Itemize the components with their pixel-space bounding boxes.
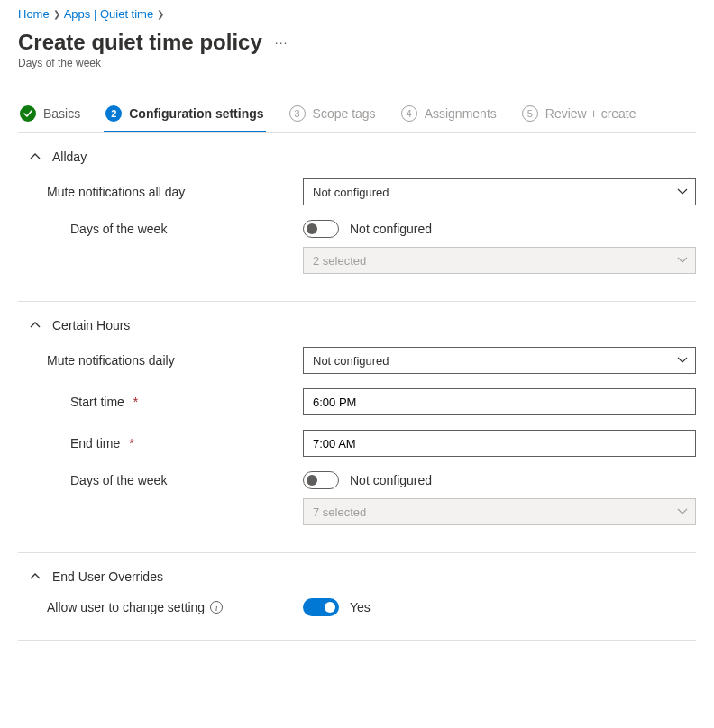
- chevron-right-icon: ❯: [157, 9, 164, 19]
- section-allday-header[interactable]: Allday: [29, 150, 696, 164]
- certain-days-dropdown: 7 selected: [303, 498, 696, 525]
- allday-days-dropdown: 2 selected: [303, 247, 696, 274]
- info-icon[interactable]: i: [210, 601, 223, 614]
- allow-change-label: Allow user to change setting i: [18, 600, 303, 614]
- tab-basics[interactable]: Basics: [18, 98, 82, 132]
- mute-daily-dropdown[interactable]: Not configured: [303, 347, 696, 374]
- chevron-up-icon: [29, 573, 41, 580]
- step-number-icon: 2: [105, 105, 122, 122]
- allow-change-toggle-label: Yes: [350, 600, 371, 614]
- tab-label: Review + create: [545, 106, 636, 121]
- step-number-icon: 5: [522, 105, 538, 122]
- page-subtitle: Days of the week: [18, 57, 696, 69]
- section-certain-hours: Certain Hours Mute notifications daily N…: [18, 302, 696, 553]
- page-title: Create quiet time policy: [18, 30, 262, 55]
- breadcrumb-apps[interactable]: Apps | Quiet time: [64, 7, 153, 21]
- end-time-label: End time *: [18, 436, 303, 450]
- allow-change-toggle[interactable]: [303, 598, 339, 616]
- chevron-down-icon: [677, 257, 688, 264]
- mute-allday-dropdown[interactable]: Not configured: [303, 178, 696, 205]
- certain-days-toggle-label: Not configured: [350, 473, 432, 487]
- more-actions-button[interactable]: ···: [275, 35, 288, 50]
- chevron-up-icon: [29, 322, 41, 329]
- end-time-input[interactable]: [303, 430, 696, 457]
- allday-days-label: Days of the week: [18, 222, 303, 236]
- chevron-right-icon: ❯: [53, 9, 60, 19]
- breadcrumb-home[interactable]: Home: [18, 7, 50, 21]
- tab-assignments[interactable]: 4 Assignments: [399, 98, 499, 132]
- chevron-up-icon: [29, 153, 41, 160]
- tab-label: Assignments: [425, 106, 497, 121]
- section-title: Certain Hours: [52, 318, 130, 332]
- required-icon: *: [130, 395, 138, 409]
- tab-label: Configuration settings: [129, 106, 263, 121]
- dropdown-value: Not configured: [313, 354, 389, 368]
- required-icon: *: [125, 436, 133, 450]
- tab-label: Scope tags: [313, 106, 376, 121]
- chevron-down-icon: [677, 357, 688, 364]
- mute-daily-label: Mute notifications daily: [18, 353, 303, 368]
- start-time-input[interactable]: [303, 388, 696, 415]
- certain-days-toggle[interactable]: [303, 471, 339, 489]
- section-overrides-header[interactable]: End User Overrides: [29, 569, 696, 584]
- dropdown-value: 2 selected: [313, 254, 366, 268]
- tab-configuration-settings[interactable]: 2 Configuration settings: [104, 98, 265, 132]
- section-allday: Allday Mute notifications all day Not co…: [18, 133, 696, 302]
- tab-label: Basics: [43, 106, 80, 121]
- section-title: End User Overrides: [52, 569, 163, 584]
- breadcrumb: Home ❯ Apps | Quiet time ❯: [18, 4, 696, 26]
- chevron-down-icon: [677, 188, 688, 196]
- step-number-icon: 3: [289, 105, 306, 122]
- allday-days-toggle-label: Not configured: [350, 222, 432, 236]
- check-icon: [20, 105, 36, 122]
- dropdown-value: 7 selected: [313, 505, 366, 519]
- chevron-down-icon: [677, 508, 688, 515]
- start-time-label: Start time *: [18, 395, 303, 409]
- tab-review-create[interactable]: 5 Review + create: [520, 98, 638, 132]
- section-overrides: End User Overrides Allow user to change …: [18, 553, 696, 641]
- allday-days-toggle[interactable]: [303, 220, 339, 238]
- dropdown-value: Not configured: [313, 186, 389, 199]
- wizard-tabs: Basics 2 Configuration settings 3 Scope …: [18, 98, 696, 133]
- step-number-icon: 4: [401, 105, 417, 122]
- certain-days-label: Days of the week: [18, 473, 303, 487]
- section-certain-header[interactable]: Certain Hours: [29, 318, 696, 332]
- mute-allday-label: Mute notifications all day: [18, 185, 303, 199]
- section-title: Allday: [52, 150, 87, 164]
- tab-scope-tags[interactable]: 3 Scope tags: [288, 98, 378, 132]
